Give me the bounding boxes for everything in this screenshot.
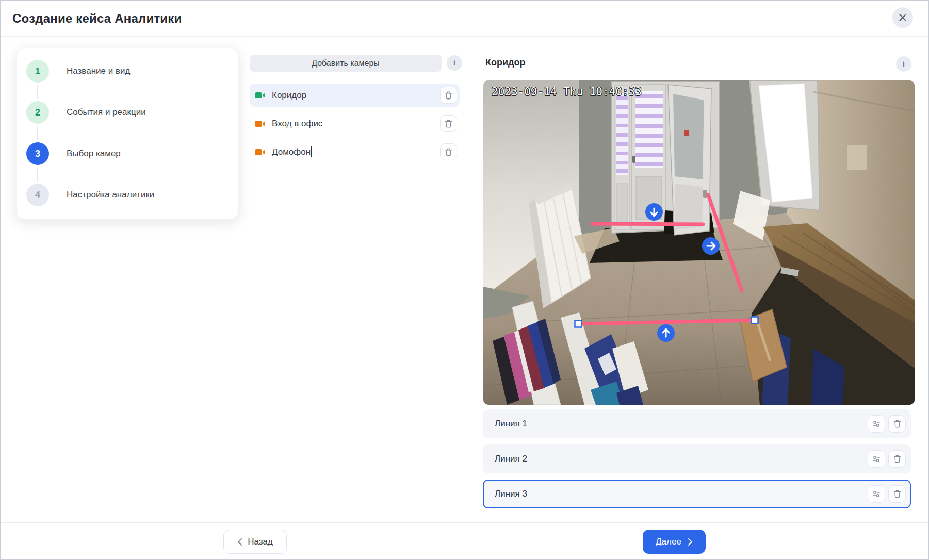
- line-direction-arrow-up[interactable]: [657, 324, 675, 342]
- modal-header: Создание кейса Аналитики: [1, 1, 928, 37]
- analytics-overlay: [483, 80, 915, 405]
- line-row-2[interactable]: Линия 2: [483, 444, 911, 473]
- sliders-icon: [872, 490, 881, 498]
- step-number-badge: 1: [26, 60, 49, 83]
- trash-icon: [445, 148, 452, 156]
- line-delete-button[interactable]: [888, 485, 906, 503]
- line-label: Линия 2: [495, 454, 527, 464]
- trash-icon: [893, 490, 901, 498]
- video-timestamp: 2023-09-14 Thu 10:40:33: [492, 86, 642, 98]
- line-row-1[interactable]: Линия 1: [483, 409, 911, 438]
- line-direction-arrow-down[interactable]: [645, 203, 663, 221]
- close-button[interactable]: [892, 7, 913, 28]
- camera-name-editing[interactable]: Домофон: [272, 147, 311, 157]
- camera-row-domofon[interactable]: Домофон: [250, 140, 460, 163]
- analytics-line-1[interactable]: [592, 203, 703, 224]
- step-label: Выбор камер: [67, 149, 121, 159]
- delete-camera-button[interactable]: [440, 115, 457, 132]
- video-frame[interactable]: 2023-09-14 Thu 10:40:33: [483, 80, 915, 405]
- camera-row-vhod-v-ofis[interactable]: Вход в офис: [250, 112, 460, 135]
- wizard-step-1[interactable]: 1 Название и вид: [26, 60, 130, 83]
- step-number-badge: 4: [26, 184, 49, 206]
- line-delete-button[interactable]: [888, 415, 906, 433]
- chevron-left-icon: [237, 538, 242, 546]
- text-caret: [311, 146, 312, 157]
- wizard-step-4[interactable]: 4 Настройка аналитики: [26, 184, 154, 206]
- line-row-3-selected[interactable]: Линия 3: [483, 480, 911, 508]
- camera-icon-orange: [255, 149, 266, 156]
- step-label: Настройка аналитики: [67, 190, 154, 200]
- step-connector: [37, 167, 38, 182]
- trash-icon: [893, 420, 901, 428]
- wizard-step-3[interactable]: 3 Выбор камер: [26, 142, 121, 165]
- next-button[interactable]: Далее: [643, 530, 706, 554]
- info-icon: i: [453, 59, 455, 67]
- close-icon: [899, 13, 907, 22]
- back-label: Назад: [248, 537, 273, 547]
- line-direction-arrow-right[interactable]: [702, 237, 720, 255]
- modal-title: Создание кейса Аналитики: [12, 1, 182, 37]
- trash-icon: [445, 91, 452, 100]
- camera-row-koridor[interactable]: Коридор: [250, 84, 460, 107]
- camera-info-button[interactable]: i: [447, 55, 462, 71]
- analytics-line-2[interactable]: [702, 195, 742, 291]
- wizard-step-2[interactable]: 2 События и реакции: [26, 101, 146, 124]
- trash-icon: [893, 455, 901, 463]
- modal-footer: Назад Далее: [1, 522, 928, 559]
- camera-name: Вход в офис: [272, 119, 322, 129]
- delete-camera-button[interactable]: [440, 143, 457, 160]
- camera-icon-orange: [255, 120, 266, 127]
- line-endpoint-handle[interactable]: [752, 317, 758, 324]
- panel-divider: [472, 46, 472, 522]
- step-label: Название и вид: [67, 66, 130, 76]
- analytics-line-3-selected[interactable]: [575, 317, 758, 342]
- line-settings-button[interactable]: [868, 485, 885, 503]
- line-settings-button[interactable]: [868, 450, 885, 468]
- next-label: Далее: [656, 537, 681, 547]
- line-label: Линия 3: [495, 489, 527, 499]
- line-endpoint-handle[interactable]: [575, 321, 582, 327]
- back-button[interactable]: Назад: [223, 530, 287, 554]
- line-delete-button[interactable]: [888, 450, 906, 468]
- step-number-badge: 2: [26, 101, 49, 124]
- create-case-modal: Создание кейса Аналитики 1 Название и ви…: [0, 0, 929, 560]
- step-connector: [37, 85, 38, 99]
- step-label: События и реакции: [67, 107, 146, 118]
- step-connector: [37, 126, 38, 140]
- step-number-badge: 3: [26, 142, 49, 165]
- delete-camera-button[interactable]: [440, 87, 457, 104]
- info-icon: i: [903, 60, 905, 68]
- preview-info-button[interactable]: i: [896, 56, 911, 72]
- wizard-steps-card: 1 Название и вид 2 События и реакции 3 В…: [16, 48, 239, 220]
- line-settings-button[interactable]: [868, 415, 885, 433]
- sliders-icon: [872, 455, 881, 463]
- sliders-icon: [872, 420, 881, 428]
- camera-name: Коридор: [272, 90, 306, 101]
- preview-camera-title: Коридор: [485, 57, 525, 68]
- chevron-right-icon: [688, 538, 693, 546]
- add-cameras-button[interactable]: Добавить камеры: [250, 55, 442, 72]
- camera-icon-green: [255, 92, 266, 99]
- trash-icon: [445, 120, 452, 128]
- line-label: Линия 1: [495, 419, 527, 429]
